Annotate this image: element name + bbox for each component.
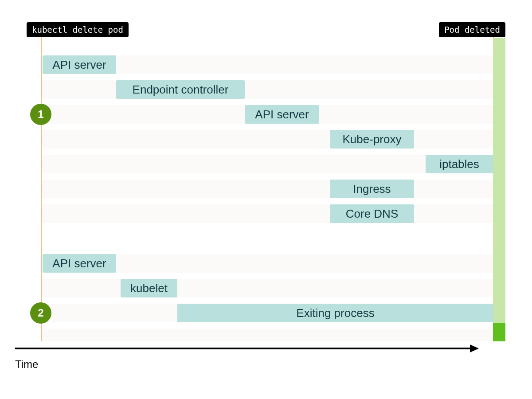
task-core-dns: Core DNS [330, 204, 414, 223]
svg-marker-1 [470, 344, 479, 352]
task-iptables: iptables [426, 155, 493, 173]
task-endpoint-controller: Endpoint controller [116, 80, 245, 99]
timeline-row [42, 204, 493, 223]
task-exiting-process: Exiting process [177, 304, 493, 322]
completion-accent [493, 323, 505, 341]
timeline-row [42, 279, 493, 297]
completion-strip [493, 38, 505, 341]
task-api-server: API server [43, 55, 116, 74]
task-api-server-2: API server [245, 105, 319, 124]
timeline-row [42, 80, 493, 99]
task-api-server-3: API server [43, 254, 116, 273]
task-ingress: Ingress [330, 180, 414, 198]
time-axis-label: Time [15, 358, 38, 371]
group-badge-2: 2 [30, 302, 51, 324]
time-axis-arrow [15, 344, 479, 353]
task-kubelet: kubelet [121, 279, 177, 297]
group-badge-1: 1 [30, 104, 51, 125]
event-start-label: kubectl delete pod [27, 22, 129, 37]
timeline-chart: kubectl delete pod Pod deleted API serve… [27, 22, 505, 337]
timeline-row [42, 130, 493, 149]
task-kube-proxy: Kube-proxy [330, 130, 414, 149]
timeline-row [42, 180, 493, 198]
timeline-row [42, 329, 493, 341]
event-end-label: Pod deleted [439, 22, 505, 37]
